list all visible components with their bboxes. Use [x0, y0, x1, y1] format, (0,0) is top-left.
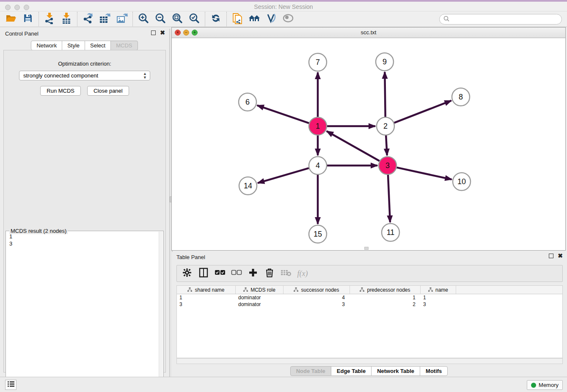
result-scrollbar[interactable]	[159, 232, 163, 389]
chevron-updown-icon: ▲▼	[143, 72, 147, 80]
graph-edge-3-11[interactable]	[388, 175, 390, 222]
float-table-panel-icon[interactable]	[549, 254, 553, 258]
check-all-button[interactable]	[214, 267, 226, 280]
float-panel-icon[interactable]	[151, 30, 156, 35]
trash-icon	[265, 268, 274, 279]
tab-network-table[interactable]: Network Table	[371, 366, 420, 376]
zoom-out-button[interactable]	[152, 12, 169, 26]
task-history-button[interactable]	[5, 380, 17, 390]
network-resize-grip[interactable]	[364, 247, 369, 250]
control-panel-title: Control Panel	[5, 30, 39, 37]
tab-network[interactable]: Network	[31, 41, 62, 50]
graph-edge-2-3[interactable]	[386, 135, 387, 155]
hide-panel-button[interactable]	[280, 12, 297, 26]
table-row[interactable]: 1dominator411	[177, 294, 562, 301]
svg-text:2: 2	[383, 122, 388, 130]
import-table-button[interactable]	[58, 12, 75, 26]
mcds-result-text[interactable]: 1 3	[7, 233, 158, 389]
column-header-shared-name[interactable]: shared name	[177, 286, 236, 294]
run-mcds-button[interactable]: Run MCDS	[40, 86, 81, 96]
zoom-fit-button[interactable]	[169, 12, 186, 26]
save-session-button[interactable]	[19, 12, 36, 26]
table-cell[interactable]: 1	[177, 294, 236, 301]
network-canvas[interactable]: 7968124314101511	[172, 39, 565, 250]
table-cell[interactable]: 3	[177, 301, 236, 308]
function-builder-button[interactable]: f(x)	[296, 267, 309, 280]
uncheck-all-button[interactable]	[230, 267, 243, 280]
vizmapper-icon	[266, 13, 277, 25]
graph-node-4[interactable]: 4	[309, 157, 327, 174]
close-panel-button[interactable]: Close panel	[87, 86, 129, 96]
zoom-in-button[interactable]	[135, 12, 152, 26]
graph-edge-4-14[interactable]	[258, 168, 309, 183]
delete-column-button[interactable]	[263, 267, 276, 280]
import-network-button[interactable]	[41, 12, 58, 26]
mcds-result-box: MCDS result (2 nodes) 1 3	[6, 231, 164, 390]
table-settings-button[interactable]	[181, 267, 193, 280]
network-window-titlebar[interactable]: × − + scc.txt	[172, 28, 565, 38]
table-cell[interactable]: 3	[421, 301, 456, 308]
graph-edge-3-1[interactable]	[327, 131, 380, 161]
graph-edge-2-9[interactable]	[385, 72, 385, 117]
table-cell[interactable]: 3	[284, 301, 350, 308]
result-line: 1	[9, 233, 158, 240]
close-table-panel-icon[interactable]: ✖	[558, 254, 563, 258]
zoom-selected-button[interactable]	[186, 12, 203, 26]
table-cell[interactable]: 2	[350, 301, 421, 308]
graph-edge-1-6[interactable]	[257, 105, 309, 123]
tab-edge-table[interactable]: Edge Table	[331, 366, 372, 376]
table-row[interactable]: 3dominator323	[177, 301, 562, 308]
column-header-name[interactable]: name	[421, 286, 456, 294]
graph-edge-2-8[interactable]	[394, 101, 451, 123]
table-cell[interactable]: 4	[284, 294, 350, 301]
export-network-button[interactable]	[80, 12, 96, 26]
memory-button[interactable]: Memory	[527, 380, 563, 390]
export-table-button[interactable]	[96, 12, 113, 26]
search-input[interactable]	[450, 15, 561, 24]
graph-node-2[interactable]: 2	[377, 117, 394, 135]
hierarchy-icon	[187, 287, 192, 293]
tab-node-table[interactable]: Node Table	[290, 366, 331, 376]
column-header-predecessor-nodes[interactable]: predecessor nodes	[350, 286, 421, 294]
column-header-MCDS-role[interactable]: MCDS role	[236, 286, 284, 294]
graph-node-11[interactable]: 11	[382, 224, 399, 241]
network-window-title: scc.txt	[172, 29, 565, 36]
column-header-successor-nodes[interactable]: successor nodes	[284, 286, 350, 294]
open-session-button[interactable]	[3, 12, 19, 26]
graph-node-1[interactable]: 1	[309, 117, 327, 135]
optimization-criterion-select[interactable]: strongly connected component ▲▼	[19, 71, 150, 80]
graph-node-10[interactable]: 10	[453, 173, 471, 190]
graph-edge-3-10[interactable]	[396, 168, 451, 179]
graph-node-9[interactable]: 9	[376, 53, 394, 71]
checked-boxes-icon	[215, 270, 226, 277]
graph-node-14[interactable]: 14	[239, 177, 257, 195]
delete-table-button[interactable]	[280, 267, 292, 280]
hierarchy-icon	[243, 287, 248, 293]
graph-node-8[interactable]: 8	[452, 88, 470, 106]
zoom-fit-icon	[171, 12, 183, 26]
session-documents-button[interactable]	[229, 12, 246, 26]
tab-motifs[interactable]: Motifs	[420, 366, 448, 376]
close-panel-icon[interactable]: ✖	[160, 30, 165, 35]
table-cell[interactable]: dominator	[236, 301, 284, 308]
table-cell[interactable]: dominator	[236, 294, 284, 301]
tab-select[interactable]: Select	[85, 41, 111, 50]
graph-node-3[interactable]: 3	[379, 157, 396, 174]
add-column-button[interactable]	[247, 267, 259, 280]
graph-node-7[interactable]: 7	[309, 53, 327, 71]
list-icon	[7, 381, 15, 389]
vizmapper-button[interactable]	[263, 12, 280, 26]
tab-mcds[interactable]: MCDS	[110, 41, 138, 50]
home-button[interactable]	[246, 12, 263, 26]
graph-node-6[interactable]: 6	[239, 93, 256, 111]
toolbar-separator	[132, 12, 133, 26]
split-columns-button[interactable]	[197, 267, 210, 280]
tab-style[interactable]: Style	[62, 41, 85, 50]
graph-node-15[interactable]: 15	[309, 225, 327, 243]
export-image-button[interactable]	[113, 12, 130, 26]
refresh-view-button[interactable]	[207, 12, 224, 26]
svg-text:3: 3	[385, 161, 390, 170]
table-hscrollbar[interactable]	[176, 358, 563, 364]
table-cell[interactable]: 1	[350, 294, 421, 301]
table-cell[interactable]: 1	[421, 294, 456, 301]
